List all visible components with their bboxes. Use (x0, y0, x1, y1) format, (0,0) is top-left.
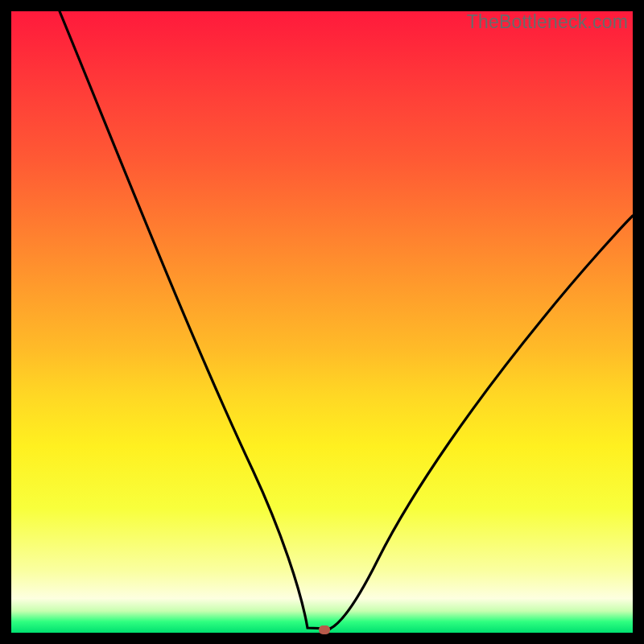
curve-left-branch (60, 11, 330, 629)
optimal-point-marker (319, 625, 330, 634)
chart-frame: TheBottleneck.com (11, 11, 633, 633)
curve-right-branch (330, 216, 633, 629)
bottleneck-curve (11, 11, 633, 633)
